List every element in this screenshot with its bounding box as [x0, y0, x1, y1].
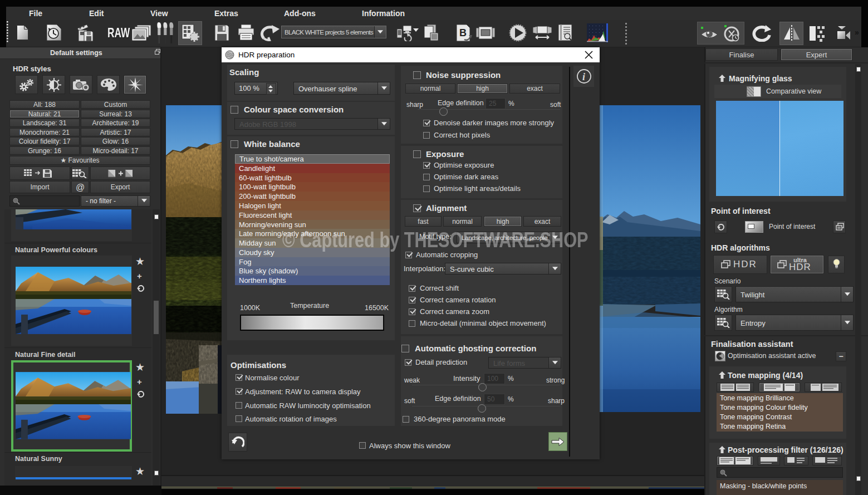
svg-text:B: B	[459, 27, 467, 38]
svg-text:i: i	[582, 71, 585, 82]
